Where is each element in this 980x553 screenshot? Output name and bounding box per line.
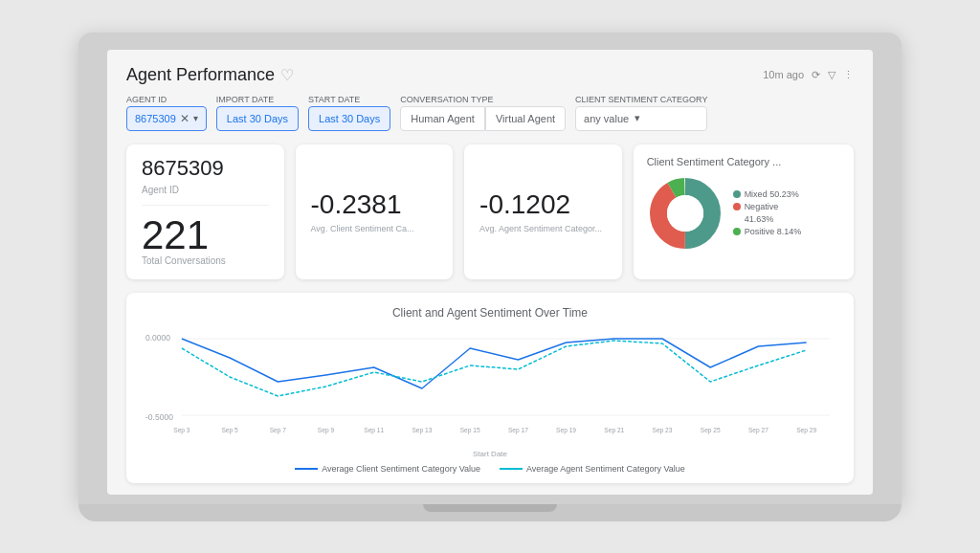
dashboard-header: Agent Performance ♡ 10m ago ⟳ ▽ ⋮ <box>126 65 854 85</box>
human-agent-button[interactable]: Human Agent <box>400 106 485 131</box>
favorite-icon[interactable]: ♡ <box>280 66 294 84</box>
donut-legend: Mixed 50.23% Negative 41.63% <box>733 189 802 236</box>
dashboard: Agent Performance ♡ 10m ago ⟳ ▽ ⋮ Agent … <box>107 50 873 495</box>
conv-type-filter: Conversation Type Human Agent Virtual Ag… <box>400 95 566 131</box>
header-actions: 10m ago ⟳ ▽ ⋮ <box>763 69 854 81</box>
sentiment-donut-card: Client Sentiment Category ... <box>634 144 854 279</box>
positive-label: Positive 8.14% <box>745 227 802 236</box>
refresh-icon[interactable]: ⟳ <box>812 69 820 81</box>
agent-legend-label: Average Agent Sentiment Category Value <box>526 464 685 474</box>
chevron-down-icon: ▾ <box>635 112 640 124</box>
agent-id-kpi-value: 8675309 <box>142 158 269 179</box>
import-date-value: Last 30 Days <box>227 113 288 124</box>
mixed-dot <box>733 190 741 198</box>
svg-text:Sep 19: Sep 19 <box>556 426 576 433</box>
start-date-label: Start Date <box>308 95 390 104</box>
agent-line-sample <box>500 468 523 470</box>
agent-id-chip[interactable]: 8675309 ✕ ▾ <box>126 106 207 131</box>
start-date-filter: Start Date Last 30 Days <box>308 95 390 131</box>
svg-text:Sep 23: Sep 23 <box>653 426 673 433</box>
client-sentiment-kpi-card: -0.2381 Avg. Client Sentiment Ca... <box>296 144 454 279</box>
client-line-sample <box>295 468 318 470</box>
agent-id-value: 8675309 <box>135 113 176 124</box>
sentiment-chart-area: Mixed 50.23% Negative 41.63% <box>647 175 840 252</box>
legend-negative-pct: 41.63% <box>733 214 802 224</box>
chevron-down-icon[interactable]: ▾ <box>193 113 198 123</box>
agent-id-filter: Agent ID 8675309 ✕ ▾ <box>126 95 207 131</box>
sentiment-card-title: Client Sentiment Category ... <box>647 156 840 167</box>
client-legend-label: Average Client Sentiment Category Value <box>322 464 480 474</box>
svg-text:Sep 27: Sep 27 <box>748 426 768 433</box>
agent-kpi-card: 8675309 Agent ID 221 Total Conversations <box>126 144 284 279</box>
svg-text:Sep 13: Sep 13 <box>412 426 432 433</box>
sentiment-value: any value <box>584 113 629 124</box>
agent-id-kpi: 8675309 Agent ID <box>142 158 269 195</box>
svg-text:-0.5000: -0.5000 <box>145 411 173 421</box>
svg-text:Sep 29: Sep 29 <box>796 426 816 433</box>
client-sentiment-label: Avg. Client Sentiment Ca... <box>311 224 414 233</box>
import-date-filter: Import Date Last 30 Days <box>216 95 299 131</box>
agent-sentiment-kpi-card: -0.1202 Avg. Agent Sentiment Categor... <box>464 144 622 279</box>
agent-sentiment-label: Avg. Agent Sentiment Categor... <box>479 224 602 233</box>
sentiment-filter: Client Sentiment Category any value ▾ <box>575 95 707 131</box>
negative-label: Negative <box>745 202 779 211</box>
more-icon[interactable]: ⋮ <box>843 69 854 81</box>
svg-text:Sep 15: Sep 15 <box>460 426 480 433</box>
line-chart: 0.0000 -0.5000 Sep 3 Sep 5 Sep 7 Sep 9 S… <box>145 329 835 444</box>
start-date-value: Last 30 Days <box>319 113 380 124</box>
import-date-button[interactable]: Last 30 Days <box>216 106 299 131</box>
conv-type-buttons: Human Agent Virtual Agent <box>400 106 566 131</box>
x-axis-label: Start Date <box>145 450 835 458</box>
start-date-button[interactable]: Last 30 Days <box>308 106 390 131</box>
svg-text:Sep 3: Sep 3 <box>173 426 189 433</box>
last-updated: 10m ago <box>763 69 804 80</box>
virtual-agent-button[interactable]: Virtual Agent <box>485 106 566 131</box>
svg-text:Sep 25: Sep 25 <box>701 426 721 433</box>
svg-point-3 <box>667 195 703 232</box>
svg-text:Sep 9: Sep 9 <box>318 426 334 433</box>
client-sentiment-value: -0.2381 <box>311 189 402 220</box>
agent-id-label: Agent ID <box>126 95 207 104</box>
svg-text:Sep 11: Sep 11 <box>364 426 384 433</box>
svg-text:Sep 7: Sep 7 <box>270 426 286 433</box>
svg-text:0.0000: 0.0000 <box>145 332 170 342</box>
spacer-dot <box>733 215 741 223</box>
conv-type-label: Conversation Type <box>400 95 566 104</box>
filters-bar: Agent ID 8675309 ✕ ▾ Import Date Last 30… <box>126 95 854 131</box>
svg-text:Sep 21: Sep 21 <box>604 426 624 433</box>
svg-text:Sep 17: Sep 17 <box>508 426 528 433</box>
negative-dot <box>733 203 741 210</box>
laptop-base <box>78 504 902 521</box>
chart-legend: Average Client Sentiment Category Value … <box>145 464 835 474</box>
clear-icon[interactable]: ✕ <box>180 112 189 125</box>
legend-mixed: Mixed 50.23% <box>733 189 802 199</box>
kpi-row: 8675309 Agent ID 221 Total Conversations… <box>126 144 854 279</box>
line-chart-card: Client and Agent Sentiment Over Time 0.0… <box>126 293 854 483</box>
donut-chart <box>647 175 724 252</box>
chart-title: Client and Agent Sentiment Over Time <box>145 306 835 320</box>
mixed-label: Mixed 50.23% <box>745 189 799 199</box>
laptop-screen: Agent Performance ♡ 10m ago ⟳ ▽ ⋮ Agent … <box>107 50 873 495</box>
total-conv-kpi: 221 Total Conversations <box>142 215 269 266</box>
legend-agent: Average Agent Sentiment Category Value <box>500 464 685 474</box>
laptop-container: Agent Performance ♡ 10m ago ⟳ ▽ ⋮ Agent … <box>78 33 902 521</box>
import-date-label: Import Date <box>216 95 299 104</box>
total-conv-value: 221 <box>142 215 209 255</box>
screen-bezel: Agent Performance ♡ 10m ago ⟳ ▽ ⋮ Agent … <box>78 33 902 504</box>
sentiment-filter-label: Client Sentiment Category <box>575 95 707 104</box>
total-conv-label: Total Conversations <box>142 255 226 266</box>
title-text: Agent Performance <box>126 65 275 85</box>
legend-client: Average Client Sentiment Category Value <box>295 464 480 474</box>
sentiment-select[interactable]: any value ▾ <box>575 106 707 131</box>
filter-icon[interactable]: ▽ <box>828 69 835 81</box>
agent-id-kpi-label: Agent ID <box>142 185 269 195</box>
negative-pct-label: 41.63% <box>745 214 774 224</box>
page-title: Agent Performance ♡ <box>126 65 294 85</box>
legend-positive: Positive 8.14% <box>733 227 802 236</box>
agent-sentiment-value: -0.1202 <box>479 189 570 220</box>
svg-text:Sep 5: Sep 5 <box>221 426 237 433</box>
positive-dot <box>733 228 741 235</box>
legend-negative: Negative <box>733 202 802 211</box>
